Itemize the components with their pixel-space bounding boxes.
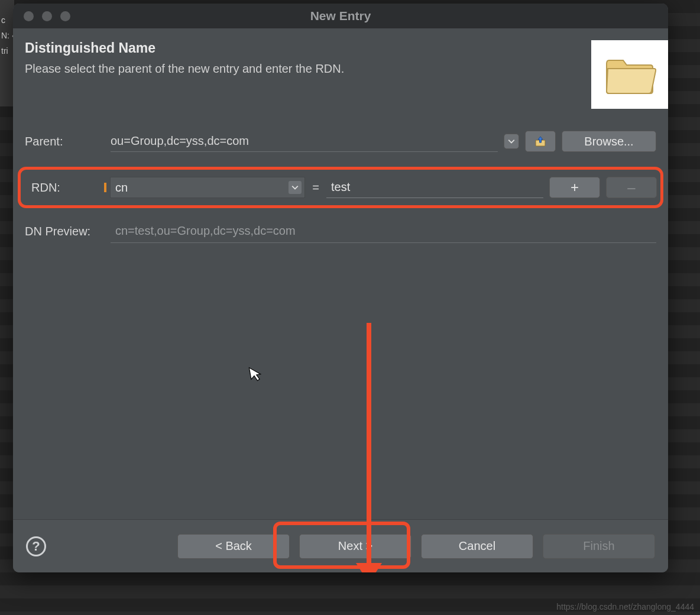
rdn-attribute-combo[interactable]: [110, 177, 305, 198]
parent-label: Parent:: [25, 135, 105, 148]
background-sidebar-sliver: c N: ‹ tri: [0, 0, 14, 106]
rdn-row-highlight: RDN: = + –: [18, 167, 663, 208]
next-button[interactable]: Next >: [299, 534, 411, 559]
folder-icon: [591, 40, 668, 109]
finish-button: Finish: [543, 534, 655, 559]
watermark: https://blog.csdn.net/zhanglong_4444: [556, 602, 694, 611]
remove-rdn-button[interactable]: –: [606, 177, 657, 198]
page-title: Distinguished Name: [25, 40, 583, 56]
rdn-label: RDN:: [24, 181, 104, 195]
window-title: New Entry: [13, 9, 668, 23]
sliver-text: N: ‹: [0, 31, 14, 40]
dialog-header: Distinguished Name Please select the par…: [13, 28, 668, 121]
chevron-down-icon[interactable]: [289, 181, 302, 194]
parent-history-dropdown[interactable]: [504, 134, 519, 149]
parent-up-button[interactable]: [525, 131, 556, 152]
cursor-icon: [248, 364, 264, 387]
dn-preview-row: DN Preview:: [25, 216, 656, 246]
browse-button[interactable]: Browse...: [562, 131, 656, 152]
sliver-text: c: [0, 15, 5, 25]
dialog-footer: ? < Back Next > Cancel Finish: [13, 519, 668, 572]
new-entry-dialog: New Entry Distinguished Name Please sele…: [13, 4, 668, 572]
dn-preview-label: DN Preview:: [25, 225, 105, 238]
form-area: Parent: Browse... RDN:: [13, 121, 668, 519]
titlebar: New Entry: [13, 4, 668, 28]
rdn-value-input[interactable]: [326, 177, 543, 198]
field-indicator-icon: [104, 183, 106, 192]
page-subtitle: Please select the parent of the new entr…: [25, 62, 583, 76]
annotation-arrow-icon: [367, 323, 371, 572]
dn-preview-field: [111, 219, 656, 243]
parent-input[interactable]: [111, 131, 498, 152]
add-rdn-button[interactable]: +: [549, 177, 600, 198]
parent-row: Parent: Browse...: [25, 127, 656, 156]
back-button[interactable]: < Back: [177, 534, 290, 559]
equals-separator: =: [311, 181, 320, 195]
help-icon[interactable]: ?: [26, 536, 46, 556]
cancel-button[interactable]: Cancel: [421, 534, 533, 559]
sliver-text: tri: [0, 46, 8, 56]
